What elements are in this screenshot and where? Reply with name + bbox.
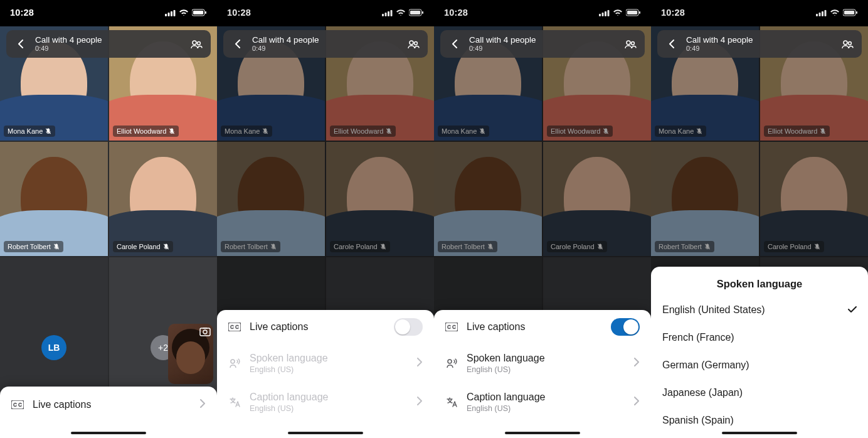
mic-off-icon <box>270 243 277 250</box>
participant-name: Elliot Woodward <box>768 127 817 135</box>
participant-name: Carole Poland <box>117 243 161 250</box>
avatar: LB <box>41 335 66 360</box>
wifi-icon <box>830 9 840 16</box>
lang-option-label: English (United States) <box>662 304 765 316</box>
live-captions-row[interactable]: Live captions <box>0 388 217 422</box>
device-frame-4: 10:28 Call with 4 people0:49 Mona KaneEl… <box>651 0 868 438</box>
lang-option-label: Japanese (Japan) <box>662 387 743 398</box>
back-button[interactable] <box>230 36 246 52</box>
participant-tile[interactable]: Robert Tolbert <box>651 142 759 256</box>
battery-icon <box>192 9 207 16</box>
live-captions-toggle-row: Live captions <box>434 310 651 344</box>
participant-name-chip: Mona Kane <box>221 126 272 137</box>
participant-tile[interactable]: Carole Poland <box>109 142 217 256</box>
participant-name-chip: Carole Poland <box>113 241 173 252</box>
cellular-icon <box>599 9 610 16</box>
mic-off-icon <box>53 243 60 250</box>
device-frame-3: 10:28 Call with 4 people0:49 Mona KaneEl… <box>434 0 651 438</box>
live-captions-toggle[interactable] <box>611 318 640 336</box>
lang-option-label: German (Germany) <box>662 360 749 371</box>
spoken-language-row: Spoken languageEnglish (US) <box>217 344 434 383</box>
status-time: 10:28 <box>661 8 685 18</box>
call-duration: 0:49 <box>252 45 319 53</box>
device-frame-1: 10:28 Call with 4 people 0:49 Mona KaneE… <box>0 0 217 438</box>
chevron-right-icon <box>416 397 423 408</box>
lang-option[interactable]: Japanese (Japan) <box>651 379 868 407</box>
cc-icon <box>228 321 241 333</box>
call-header: Call with 4 people0:49 <box>657 30 862 58</box>
chevron-right-icon <box>633 397 640 408</box>
mic-off-icon <box>814 243 820 250</box>
spoken-language-label: Spoken language <box>467 352 625 364</box>
spoken-language-value: English (US) <box>250 365 408 375</box>
sheet-captions-settings: Live captions Spoken languageEnglish (US… <box>434 310 651 438</box>
participants-button[interactable] <box>622 36 638 52</box>
flip-camera-icon <box>199 326 211 338</box>
participants-button[interactable] <box>839 36 855 52</box>
wifi-icon <box>396 9 406 16</box>
status-icons <box>599 9 641 16</box>
lang-option-label: Spanish (Spain) <box>662 415 734 426</box>
spoken-language-row[interactable]: Spoken languageEnglish (US) <box>434 344 651 383</box>
call-duration: 0:49 <box>469 45 536 53</box>
status-icons <box>816 9 858 16</box>
caption-language-label: Caption language <box>250 391 408 403</box>
lang-option[interactable]: English (United States) <box>651 296 868 324</box>
participant-name: Carole Poland <box>768 243 812 250</box>
call-title: Call with 4 people <box>35 35 102 45</box>
participant-name-chip: Elliot Woodward <box>330 126 396 137</box>
live-captions-label: Live captions <box>467 321 602 333</box>
status-bar: 10:28 <box>217 0 434 25</box>
home-indicator <box>722 432 797 434</box>
wifi-icon <box>613 9 623 16</box>
lang-option[interactable]: Spanish (Spain) <box>651 407 868 434</box>
caption-language-value: English (US) <box>467 404 625 414</box>
participant-tile[interactable]: Carole Poland <box>326 142 434 256</box>
mic-off-icon <box>603 128 609 134</box>
participant-name-chip: Robert Tolbert <box>438 241 497 252</box>
participant-tile[interactable]: Carole Poland <box>543 142 651 256</box>
home-indicator <box>288 432 363 434</box>
battery-icon <box>409 9 424 16</box>
home-indicator <box>71 432 146 434</box>
sheet-title: Spoken language <box>651 267 868 296</box>
caption-language-row[interactable]: Caption languageEnglish (US) <box>434 383 651 422</box>
back-button[interactable] <box>447 36 463 52</box>
participant-name: Carole Poland <box>334 243 378 250</box>
live-captions-toggle[interactable] <box>394 318 423 336</box>
participant-name-chip: Elliot Woodward <box>764 126 830 137</box>
participant-tile[interactable]: Robert Tolbert <box>217 142 325 256</box>
speak-icon <box>445 357 458 370</box>
participants-button[interactable] <box>405 36 421 52</box>
battery-icon <box>843 9 858 16</box>
sheet-spoken-language: Spoken language English (United States) … <box>651 267 868 438</box>
participant-tile[interactable]: Carole Poland <box>760 142 868 256</box>
participant-tile[interactable]: Robert Tolbert <box>0 142 108 256</box>
participant-name-chip: Elliot Woodward <box>547 126 613 137</box>
lang-option[interactable]: French (France) <box>651 324 868 351</box>
spoken-language-value: English (US) <box>467 365 625 375</box>
mic-off-icon <box>169 128 175 134</box>
mic-off-icon <box>380 243 386 250</box>
caption-language-value: English (US) <box>250 404 408 414</box>
cc-icon <box>445 321 458 333</box>
live-captions-label: Live captions <box>33 398 191 410</box>
participants-button[interactable] <box>188 36 204 52</box>
lang-option[interactable]: German (Germany) <box>651 351 868 379</box>
back-button[interactable] <box>13 36 29 52</box>
lang-option-label: French (France) <box>662 332 734 343</box>
mic-off-icon <box>45 128 51 134</box>
participant-name: Robert Tolbert <box>659 243 702 250</box>
participant-tile[interactable]: Robert Tolbert <box>434 142 542 256</box>
back-button[interactable] <box>664 36 680 52</box>
call-header: Call with 4 people0:49 <box>223 30 428 58</box>
battery-icon <box>626 9 641 16</box>
mic-off-icon <box>163 243 169 250</box>
chevron-right-icon <box>416 358 423 369</box>
mic-off-icon <box>597 243 603 250</box>
participant-name: Mona Kane <box>8 127 43 135</box>
cellular-icon <box>816 9 827 16</box>
self-video-thumb[interactable] <box>168 324 213 384</box>
mic-off-icon <box>479 128 485 134</box>
participant-name: Carole Poland <box>551 243 595 250</box>
